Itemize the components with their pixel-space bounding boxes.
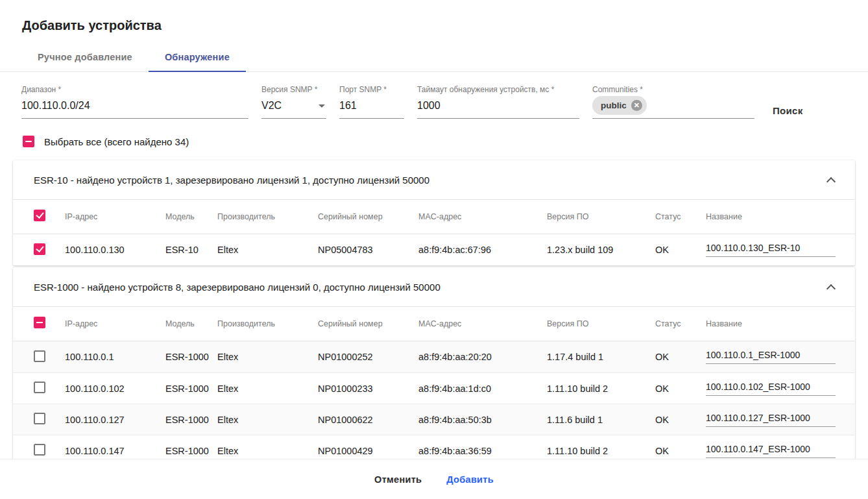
device-row: 100.110.0.102 ESR-1000 Eltex NP01000233 …: [13, 372, 855, 404]
device-mac: a8:f9:4b:aa:50:3b: [418, 415, 547, 425]
discovery-form: Диапазон * Версия SNMP * V2C Порт SNMP *…: [0, 72, 868, 119]
device-vendor: Eltex: [217, 383, 318, 394]
device-serial: NP01000429: [318, 446, 418, 456]
device-mac: a8:f9:4b:aa:36:59: [418, 446, 547, 456]
collapse-chevron-icon[interactable]: [826, 176, 836, 186]
dialog-footer: Отменить Добавить: [0, 459, 868, 499]
col-firmware: Версия ПО: [547, 212, 655, 221]
group-select-checkbox[interactable]: [34, 210, 45, 221]
col-vendor: Производитель: [217, 212, 318, 221]
device-vendor: Eltex: [217, 446, 318, 456]
device-model: ESR-1000: [165, 415, 217, 425]
group-header[interactable]: ESR-1000 - найдено устройств 8, зарезерв…: [13, 267, 855, 306]
col-serial: Серийный номер: [318, 319, 418, 328]
range-field: Диапазон *: [21, 85, 248, 119]
device-status: OK: [655, 352, 706, 362]
device-ip: 100.110.0.127: [65, 415, 165, 425]
col-model: Модель: [165, 319, 217, 328]
device-serial: NP01000252: [318, 352, 418, 362]
snmp-version-field: Версия SNMP * V2C: [261, 85, 326, 119]
device-model: ESR-1000: [165, 352, 217, 362]
device-row: 100.110.0.130 ESR-10 Eltex NP05004783 a8…: [13, 234, 855, 265]
search-button[interactable]: Поиск: [773, 105, 803, 116]
table-header: IP-адрес Модель Производитель Серийный н…: [13, 306, 855, 341]
tab-bar: Ручное добавление Обнаружение: [0, 42, 868, 72]
device-model: ESR-10: [165, 245, 217, 255]
col-name: Название: [706, 212, 842, 221]
col-ip: IP-адрес: [65, 212, 165, 221]
device-firmware: 1.17.4 build 1: [547, 352, 655, 362]
device-name-input[interactable]: [706, 444, 836, 458]
group-header[interactable]: ESR-10 - найдено устройств 1, зарезервир…: [13, 160, 855, 199]
range-input[interactable]: [21, 100, 248, 119]
device-mac: a8:f9:4b:ac:67:96: [418, 245, 547, 255]
device-status: OK: [655, 245, 706, 255]
cancel-button[interactable]: Отменить: [374, 474, 422, 485]
select-all-label: Выбрать все (всего найдено 34): [44, 136, 189, 147]
device-serial: NP01000233: [318, 383, 418, 394]
col-model: Модель: [165, 212, 217, 221]
table-header: IP-адрес Модель Производитель Серийный н…: [13, 199, 855, 234]
device-model: ESR-1000: [165, 383, 217, 394]
col-mac: MAC-адрес: [418, 319, 547, 328]
device-model: ESR-1000: [165, 446, 217, 456]
add-button[interactable]: Добавить: [446, 474, 494, 485]
col-name: Название: [706, 319, 842, 328]
device-name-input[interactable]: [706, 382, 836, 396]
device-vendor: Eltex: [217, 245, 318, 255]
snmp-port-field: Порт SNMP *: [339, 85, 404, 119]
communities-label: Communities *: [592, 85, 754, 94]
timeout-label: Таймаут обнаружения устройств, мс *: [417, 85, 579, 94]
timeout-input[interactable]: [417, 100, 579, 119]
device-name-input[interactable]: [706, 243, 836, 257]
col-status: Статус: [655, 319, 706, 328]
device-firmware: 1.11.10 build 2: [547, 383, 655, 394]
collapse-chevron-icon[interactable]: [826, 284, 836, 293]
communities-field: Communities * public: [592, 85, 754, 119]
device-group-esr10: ESR-10 - найдено устройств 1, зарезервир…: [13, 160, 855, 265]
tab-manual-add[interactable]: Ручное добавление: [21, 42, 149, 71]
device-name-input[interactable]: [706, 413, 836, 427]
select-all-checkbox[interactable]: [23, 136, 34, 147]
device-vendor: Eltex: [217, 415, 318, 425]
row-checkbox[interactable]: [34, 444, 45, 456]
row-checkbox[interactable]: [34, 413, 45, 424]
device-mac: a8:f9:4b:aa:20:20: [418, 352, 547, 362]
device-row: 100.110.0.1 ESR-1000 Eltex NP01000252 a8…: [13, 341, 855, 372]
col-vendor: Производитель: [217, 319, 318, 328]
row-checkbox[interactable]: [34, 382, 45, 393]
device-firmware: 1.23.x build 109: [547, 245, 655, 255]
device-serial: NP01000622: [318, 415, 418, 425]
page-title: Добавить устройства: [0, 0, 868, 33]
chip-remove-icon[interactable]: [631, 100, 642, 111]
device-firmware: 1.11.6 build 1: [547, 415, 655, 425]
col-mac: MAC-адрес: [418, 212, 547, 221]
snmp-version-select[interactable]: V2C: [261, 100, 326, 119]
snmp-port-label: Порт SNMP *: [339, 85, 404, 94]
device-ip: 100.110.0.147: [65, 446, 165, 456]
device-ip: 100.110.0.1: [65, 352, 165, 362]
row-checkbox[interactable]: [34, 350, 45, 362]
community-chip[interactable]: public: [592, 96, 647, 115]
group-select-checkbox[interactable]: [34, 317, 45, 328]
communities-input[interactable]: public: [592, 96, 754, 119]
tab-discovery[interactable]: Обнаружение: [149, 42, 246, 71]
snmp-version-label: Версия SNMP *: [261, 85, 326, 94]
group-title: ESR-10 - найдено устройств 1, зарезервир…: [34, 175, 429, 186]
device-status: OK: [655, 415, 706, 425]
col-firmware: Версия ПО: [547, 319, 655, 328]
device-status: OK: [655, 383, 706, 394]
range-label: Диапазон *: [21, 85, 248, 94]
device-status: OK: [655, 446, 706, 456]
select-all-row: Выбрать все (всего найдено 34): [23, 136, 868, 147]
device-name-input[interactable]: [706, 350, 836, 364]
col-serial: Серийный номер: [318, 212, 418, 221]
col-ip: IP-адрес: [65, 319, 165, 328]
timeout-field: Таймаут обнаружения устройств, мс *: [417, 85, 579, 119]
community-chip-label: public: [601, 101, 627, 110]
device-vendor: Eltex: [217, 352, 318, 362]
device-firmware: 1.11.10 build 2: [547, 446, 655, 456]
row-checkbox[interactable]: [34, 243, 45, 255]
snmp-port-input[interactable]: [339, 100, 404, 119]
device-ip: 100.110.0.102: [65, 383, 165, 394]
